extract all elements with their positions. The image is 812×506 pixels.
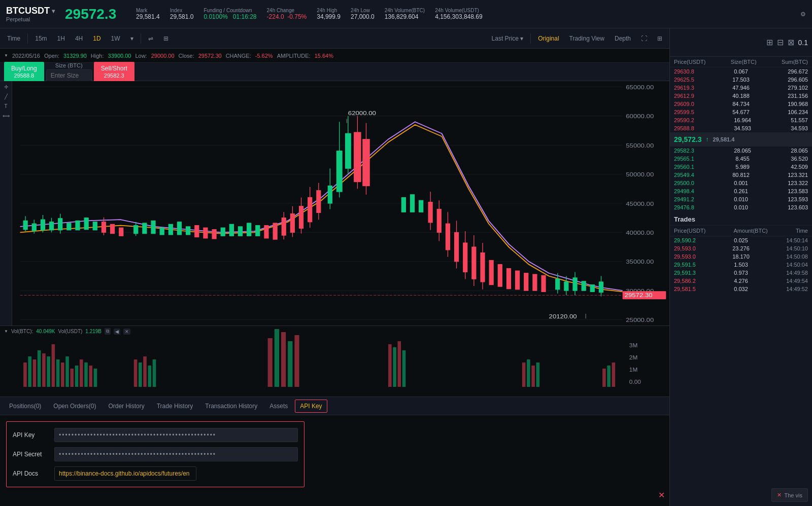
toolbar-15m[interactable]: 15m: [32, 33, 50, 44]
bid-row[interactable]: 29476.8 0.010 123.603: [670, 203, 812, 211]
toolbar-1w[interactable]: 1W: [108, 33, 123, 44]
toolbar-indicators[interactable]: ⇌: [145, 33, 156, 44]
chart-info-toggle[interactable]: ▼: [4, 53, 8, 58]
tab-transaction-history[interactable]: Transaction History: [200, 400, 262, 413]
ask-row[interactable]: 29625.5 17.503 296.605: [670, 76, 812, 84]
ask-row[interactable]: 29609.0 84.734 190.968: [670, 100, 812, 108]
toolbar-more[interactable]: ▾: [127, 33, 137, 44]
trade-row[interactable]: 29,593.0 23.276 14:50:10: [670, 244, 812, 252]
svg-rect-133: [84, 363, 88, 387]
trade-rows: 29,590.2 0.025 14:50:14 29,593.0 23.276 …: [670, 236, 812, 293]
api-key-section: API Key API Secret API Docs https://bina…: [6, 421, 304, 487]
toolbar-original[interactable]: Original: [535, 33, 562, 44]
vol-copy-icon[interactable]: ⧉: [105, 328, 111, 335]
svg-text:3M: 3M: [629, 342, 637, 348]
toolbar-4h[interactable]: 4H: [72, 33, 86, 44]
vol-next-icon[interactable]: ✕: [123, 329, 130, 335]
grid-icon-2[interactable]: ⊟: [777, 38, 784, 47]
stats-group: Mark 29,581.4 Index 29,581.0 Funding / C…: [136, 8, 790, 20]
trade-row[interactable]: 29,581.5 0.032 14:49:52: [670, 285, 812, 293]
api-secret-input[interactable]: [54, 447, 298, 461]
toolbar-separator3: [530, 33, 531, 44]
svg-rect-125: [47, 356, 50, 387]
svg-rect-138: [143, 356, 147, 387]
ask-row[interactable]: 29588.8 34.593 34.593: [670, 124, 812, 132]
svg-rect-51: [582, 281, 586, 291]
notify-icon: ✕: [777, 492, 782, 498]
toolbar-grid[interactable]: ⊞: [654, 33, 665, 44]
measure-tool[interactable]: ⟺: [1, 112, 11, 120]
bid-row[interactable]: 29582.3 28.065 28.065: [670, 147, 812, 155]
api-key-input[interactable]: [54, 428, 298, 442]
toolbar-fullscreen[interactable]: ⛶: [638, 33, 650, 44]
mid-price-arrow: ↑: [706, 136, 709, 143]
ask-row[interactable]: 29612.9 40.188 231.156: [670, 92, 812, 100]
toolbar-1h[interactable]: 1H: [54, 33, 68, 44]
svg-rect-61: [212, 230, 216, 239]
line-tool[interactable]: ╱: [1, 93, 11, 100]
crosshair-tool[interactable]: ✛: [1, 83, 11, 91]
svg-rect-22: [93, 222, 97, 230]
vol-toggle[interactable]: ▼: [4, 329, 8, 334]
trade-row[interactable]: 29,593.0 18.170 14:50:08: [670, 252, 812, 261]
text-tool[interactable]: T: [1, 102, 11, 110]
trade-row[interactable]: 29,586.2 4.276 14:49:54: [670, 277, 812, 285]
svg-rect-60: [204, 228, 208, 238]
svg-rect-142: [275, 329, 279, 387]
toolbar-depth[interactable]: Depth: [612, 33, 634, 44]
bid-row[interactable]: 29498.4 0.261 123.583: [670, 187, 812, 195]
svg-rect-96: [524, 273, 528, 291]
api-docs-link[interactable]: https://binance-docs.github.io/apidocs/f…: [54, 466, 196, 481]
bid-row[interactable]: 29500.0 0.001 123.322: [670, 179, 812, 187]
toolbar-tradingview[interactable]: Trading View: [566, 33, 607, 44]
tab-assets[interactable]: Assets: [264, 400, 293, 413]
toolbar-price-type[interactable]: Last Price ▾: [489, 33, 527, 44]
bid-row[interactable]: 29560.1 5.989 42.509: [670, 163, 812, 171]
trade-row[interactable]: 29,590.2 0.025 14:50:14: [670, 236, 812, 244]
api-docs-row: API Docs https://binance-docs.github.io/…: [13, 466, 298, 481]
toolbar-1d[interactable]: 1D: [90, 33, 104, 44]
tab-open-orders[interactable]: Open Orders(0): [48, 400, 101, 413]
ask-row[interactable]: 29630.8 0.067 296.672: [670, 67, 812, 76]
settings-icon[interactable]: ⚙: [800, 11, 806, 18]
tab-order-history[interactable]: Order History: [103, 400, 149, 413]
svg-text:29572.30: 29572.30: [625, 292, 653, 299]
symbol-subtype: Perpetual: [6, 16, 55, 22]
bid-row[interactable]: 29565.1 8.455 36.520: [670, 155, 812, 163]
tab-api-key[interactable]: API Key: [295, 400, 327, 413]
svg-rect-121: [28, 356, 31, 387]
toolbar-time[interactable]: Time: [4, 33, 23, 44]
ask-row[interactable]: 29599.5 54.677 106.234: [670, 108, 812, 116]
buy-button[interactable]: Buy/Long 29588.8: [4, 62, 44, 82]
bid-row[interactable]: 29491.2 0.010 123.593: [670, 195, 812, 203]
toolbar-layout[interactable]: ⊞: [160, 33, 172, 44]
svg-rect-30: [186, 227, 190, 235]
svg-rect-143: [281, 332, 286, 387]
svg-rect-26: [151, 221, 155, 233]
svg-text:50000.00: 50000.00: [626, 171, 654, 178]
grid-icon-3[interactable]: ⊠: [788, 38, 794, 47]
svg-rect-120: [23, 363, 27, 387]
svg-rect-52: [590, 285, 594, 292]
order-book-size[interactable]: 0.1: [798, 39, 808, 47]
bid-row[interactable]: 29549.4 80.812 123.321: [670, 171, 812, 179]
ask-row[interactable]: 29590.2 16.964 51.557: [670, 116, 812, 124]
tab-positions[interactable]: Positions(0): [4, 400, 46, 413]
trade-row[interactable]: 29,591.5 1.503 14:50:04: [670, 261, 812, 269]
sell-button[interactable]: Sell/Short 29582.3: [94, 62, 134, 82]
trades-header: Trades: [670, 211, 812, 226]
ask-row[interactable]: 29619.3 47.946 279.102: [670, 84, 812, 92]
svg-rect-20: [76, 221, 80, 230]
size-label: Size (BTC): [55, 62, 83, 68]
tab-trade-history[interactable]: Trade History: [152, 400, 198, 413]
size-input[interactable]: [46, 69, 92, 82]
svg-rect-136: [134, 359, 138, 387]
main-price: 29572.3: [65, 6, 126, 22]
symbol-dropdown-icon[interactable]: ▾: [52, 8, 55, 15]
vol-prev-icon[interactable]: ◀: [114, 329, 120, 335]
symbol-name[interactable]: BTCUSDT ▾: [6, 6, 55, 16]
svg-rect-135: [94, 369, 97, 387]
trade-row[interactable]: 29,591.3 0.973 14:49:58: [670, 269, 812, 277]
grid-icon-1[interactable]: ⊞: [766, 38, 773, 47]
close-panel-btn[interactable]: ✕: [658, 490, 665, 500]
